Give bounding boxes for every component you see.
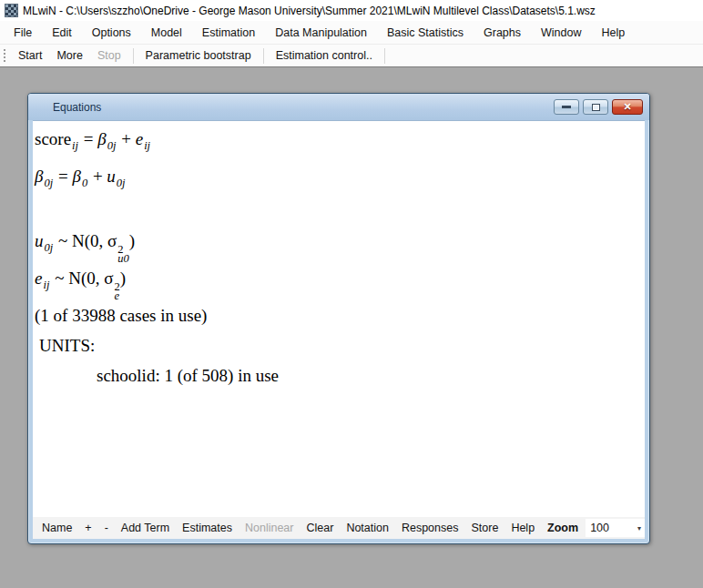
eq-toolbar-zoom-label: Zoom: [541, 518, 585, 538]
equation-token: 0j: [45, 241, 54, 254]
equation-token: +: [88, 167, 107, 186]
close-icon: ✕: [623, 102, 631, 112]
toolbar-separator: [263, 48, 264, 64]
variance-term: 2u0: [117, 245, 129, 263]
equation-token: ~ N(0,: [50, 269, 104, 288]
eq-toolbar-estimates-button[interactable]: Estimates: [176, 518, 239, 538]
equations-toolbar: Name+-Add TermEstimatesNonlinearClearNot…: [33, 517, 645, 539]
equation-token: u: [35, 231, 44, 250]
equation-token: σ: [107, 231, 117, 250]
equation-token: =: [79, 129, 97, 148]
menu-data-manipulation[interactable]: Data Manipulation: [265, 23, 377, 43]
toolbar-separator: [384, 48, 385, 64]
equation-line[interactable]: u0j ~ N(0, σ2u0): [35, 226, 645, 263]
menu-file[interactable]: File: [4, 23, 42, 43]
equation-token: score: [35, 129, 71, 148]
eq-toolbar-item-button[interactable]: +: [78, 518, 97, 538]
toolbar-grip[interactable]: [3, 48, 6, 64]
equation-line[interactable]: β0j = β0 + u0j: [35, 161, 645, 198]
mdi-workspace: Equations ✕ scoreij = β0j + eijβ0j = β0 …: [0, 66, 703, 587]
equation-token: 0j: [107, 139, 117, 152]
equation-spacer: [35, 198, 645, 226]
equation-token: β: [35, 167, 43, 186]
toolbar-parametric-bootstrap-button[interactable]: Parametric bootstrap: [138, 46, 259, 66]
eq-toolbar-help-button[interactable]: Help: [504, 518, 541, 538]
toolbar-separator: [133, 48, 134, 64]
equation-token: e: [136, 129, 143, 148]
equation-token: 0j: [117, 177, 126, 189]
equation-token: ~ N(0,: [54, 231, 107, 250]
menu-estimation[interactable]: Estimation: [192, 23, 265, 43]
estimation-toolbar: StartMoreStopParametric bootstrapEstimat…: [0, 44, 703, 66]
eq-toolbar-notation-button[interactable]: Notation: [340, 518, 395, 538]
equation-token: β: [97, 129, 106, 148]
minimize-button[interactable]: [554, 99, 579, 115]
menu-model[interactable]: Model: [141, 23, 192, 43]
menu-help[interactable]: Help: [592, 23, 636, 43]
maximize-icon: [592, 104, 600, 111]
zoom-level-value: 100: [590, 522, 609, 534]
equation-token: (1 of 33988 cases in use): [35, 306, 207, 325]
toolbar-more-button[interactable]: More: [49, 46, 89, 66]
equation-token: UNITS:: [39, 336, 95, 355]
equation-line[interactable]: (1 of 33988 cases in use): [35, 300, 645, 330]
maximize-button[interactable]: [583, 99, 608, 115]
equation-token: +: [117, 129, 135, 148]
equation-line[interactable]: UNITS:: [35, 330, 645, 360]
equation-token: ): [129, 231, 135, 250]
equation-token: 0j: [44, 177, 53, 189]
menu-edit[interactable]: Edit: [42, 23, 82, 43]
zoom-level-select[interactable]: 100▾: [586, 519, 645, 537]
close-button[interactable]: ✕: [612, 99, 643, 115]
toolbar-estimation-control-button[interactable]: Estimation control..: [269, 46, 380, 66]
equation-token: u: [107, 167, 116, 186]
eq-toolbar-name-button[interactable]: Name: [36, 518, 78, 538]
equation-token: schoolid: 1 (of 508) in use: [97, 366, 279, 385]
menu-options[interactable]: Options: [82, 23, 141, 43]
equations-window-title: Equations: [28, 101, 101, 114]
equations-window: Equations ✕ scoreij = β0j + eijβ0j = β0 …: [27, 93, 650, 544]
eq-toolbar-nonlinear-button[interactable]: Nonlinear: [239, 518, 301, 538]
toolbar-start-button[interactable]: Start: [11, 46, 49, 66]
window-controls: ✕: [554, 99, 643, 115]
equation-token: e: [35, 269, 42, 288]
eq-toolbar-store-button[interactable]: Store: [464, 518, 504, 538]
equation-line[interactable]: scoreij = β0j + eij: [35, 124, 645, 161]
app-titlebar[interactable]: MLwiN - C:\Users\szzho\OneDrive - George…: [0, 0, 703, 21]
equation-token: β: [72, 167, 80, 186]
equation-line[interactable]: eij ~ N(0, σ2e): [35, 263, 645, 300]
app-title: MLwiN - C:\Users\szzho\OneDrive - George…: [23, 5, 596, 17]
equation-token: ij: [43, 279, 49, 291]
eq-toolbar-item-button[interactable]: -: [98, 518, 115, 538]
chevron-down-icon: ▾: [637, 524, 641, 532]
menu-bar: FileEditOptionsModelEstimationData Manip…: [0, 21, 703, 44]
menu-graphs[interactable]: Graphs: [474, 23, 531, 43]
equation-token: σ: [104, 269, 113, 288]
equation-line[interactable]: schoolid: 1 (of 508) in use: [35, 360, 645, 390]
mlwin-application: MLwiN - C:\Users\szzho\OneDrive - George…: [0, 0, 703, 588]
menu-basic-statistics[interactable]: Basic Statistics: [377, 23, 474, 43]
equation-area[interactable]: scoreij = β0j + eijβ0j = β0 + u0ju0j ~ N…: [33, 120, 645, 517]
equation-token: 0: [82, 177, 87, 189]
equation-token: ij: [72, 139, 78, 152]
equations-window-titlebar[interactable]: Equations ✕: [28, 94, 649, 120]
equation-token: =: [54, 167, 72, 186]
equation-token: ij: [144, 139, 150, 152]
eq-toolbar-add-term-button[interactable]: Add Term: [115, 518, 176, 538]
eq-toolbar-responses-button[interactable]: Responses: [395, 518, 465, 538]
toolbar-stop-button[interactable]: Stop: [90, 46, 128, 66]
equation-token: ): [120, 269, 126, 288]
minimize-icon: [562, 106, 571, 108]
eq-toolbar-clear-button[interactable]: Clear: [301, 518, 341, 538]
mlwin-app-icon: [5, 4, 18, 17]
menu-window[interactable]: Window: [531, 23, 591, 43]
